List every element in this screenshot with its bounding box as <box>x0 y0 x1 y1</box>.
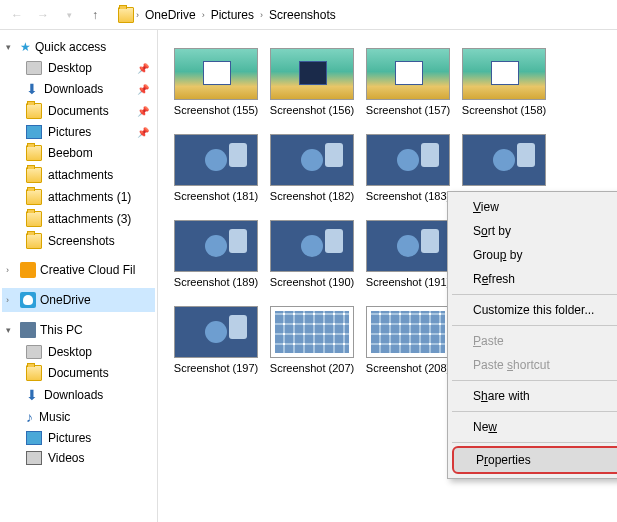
thumbnail <box>174 220 258 272</box>
sidebar-item[interactable]: Documents <box>2 362 155 384</box>
sidebar-item-label: Downloads <box>44 82 103 96</box>
file-item[interactable]: Screenshot (189) <box>174 220 258 288</box>
thumbnail <box>270 220 354 272</box>
menu-view[interactable]: View› <box>451 195 617 219</box>
folder-icon <box>118 7 134 23</box>
sidebar-item[interactable]: ⬇Downloads <box>2 384 155 406</box>
recent-dropdown[interactable]: ▾ <box>58 4 80 26</box>
thumbnail <box>462 134 546 186</box>
chevron-right-icon[interactable]: › <box>136 10 139 20</box>
sidebar: ▾ ★ Quick access Desktop📌⬇Downloads📌Docu… <box>0 30 158 522</box>
menu-separator <box>452 411 617 412</box>
quick-access-label: Quick access <box>35 40 106 54</box>
sidebar-item-label: Desktop <box>48 61 92 75</box>
sidebar-item[interactable]: Desktop📌 <box>2 58 155 78</box>
star-icon: ★ <box>20 40 31 54</box>
thumbnail <box>270 48 354 100</box>
thumbnail <box>462 48 546 100</box>
menu-paste-shortcut: Paste shortcut <box>451 353 617 377</box>
onedrive-header[interactable]: › OneDrive <box>2 288 155 312</box>
sidebar-item-label: Desktop <box>48 345 92 359</box>
videos-icon <box>26 451 42 465</box>
sidebar-item[interactable]: ⬇Downloads📌 <box>2 78 155 100</box>
creative-cloud-icon <box>20 262 36 278</box>
download-icon: ⬇ <box>26 81 38 97</box>
sidebar-item-label: Documents <box>48 104 109 118</box>
folder-icon <box>26 365 42 381</box>
file-item[interactable]: Screenshot (208) <box>366 306 450 374</box>
menu-sort-by[interactable]: Sort by› <box>451 219 617 243</box>
sidebar-item-label: Pictures <box>48 431 91 445</box>
file-item[interactable]: Screenshot (158) <box>462 48 546 116</box>
folder-icon <box>26 167 42 183</box>
desktop-icon <box>26 345 42 359</box>
chevron-right-icon[interactable]: › <box>202 10 205 20</box>
file-item[interactable]: Screenshot (190) <box>270 220 354 288</box>
sidebar-item[interactable]: attachments (3) <box>2 208 155 230</box>
file-item[interactable]: Screenshot (157) <box>366 48 450 116</box>
sidebar-item-label: Downloads <box>44 388 103 402</box>
forward-button[interactable]: → <box>32 4 54 26</box>
pin-icon: 📌 <box>137 84 149 95</box>
thumbnail <box>366 134 450 186</box>
chevron-right-icon[interactable]: › <box>260 10 263 20</box>
menu-new[interactable]: New› <box>451 415 617 439</box>
file-name: Screenshot (158) <box>462 104 546 116</box>
file-item[interactable]: Screenshot (182) <box>270 134 354 202</box>
menu-group-by[interactable]: Group by› <box>451 243 617 267</box>
pictures-icon <box>26 125 42 139</box>
breadcrumb-onedrive[interactable]: OneDrive <box>141 6 200 24</box>
creative-cloud-header[interactable]: › Creative Cloud Fil <box>2 258 155 282</box>
toolbar: ← → ▾ ↑ › OneDrive › Pictures › Screensh… <box>0 0 617 30</box>
file-item[interactable]: Screenshot (197) <box>174 306 258 374</box>
sidebar-item[interactable]: Screenshots <box>2 230 155 252</box>
up-button[interactable]: ↑ <box>84 4 106 26</box>
sidebar-item[interactable]: Videos <box>2 448 155 468</box>
sidebar-item[interactable]: Beebom <box>2 142 155 164</box>
onedrive-icon <box>20 292 36 308</box>
sidebar-item[interactable]: Pictures <box>2 428 155 448</box>
sidebar-item[interactable]: Documents📌 <box>2 100 155 122</box>
folder-icon <box>26 145 42 161</box>
file-item[interactable]: Screenshot (183) <box>366 134 450 202</box>
breadcrumb-screenshots[interactable]: Screenshots <box>265 6 340 24</box>
menu-customize[interactable]: Customize this folder... <box>451 298 617 322</box>
sidebar-item-label: Pictures <box>48 125 91 139</box>
file-name: Screenshot (183) <box>366 190 450 202</box>
folder-icon <box>26 103 42 119</box>
file-item[interactable]: Screenshot (156) <box>270 48 354 116</box>
pc-icon <box>20 322 36 338</box>
folder-icon <box>26 233 42 249</box>
address-bar[interactable]: › OneDrive › Pictures › Screenshots <box>118 6 340 24</box>
file-name: Screenshot (156) <box>270 104 354 116</box>
menu-refresh[interactable]: Refresh <box>451 267 617 291</box>
file-item[interactable]: Screenshot (191) <box>366 220 450 288</box>
thumbnail <box>270 306 354 358</box>
menu-paste: Paste <box>451 329 617 353</box>
chevron-down-icon: ▾ <box>6 325 16 335</box>
this-pc-header[interactable]: ▾ This PC <box>2 318 155 342</box>
thumbnail <box>174 306 258 358</box>
menu-share-with[interactable]: Share with› <box>451 384 617 408</box>
menu-separator <box>452 294 617 295</box>
file-item[interactable]: Screenshot (207) <box>270 306 354 374</box>
folder-icon <box>26 189 42 205</box>
file-view[interactable]: Screenshot (155)Screenshot (156)Screensh… <box>158 30 617 522</box>
sidebar-item[interactable]: attachments (1) <box>2 186 155 208</box>
menu-properties[interactable]: Properties <box>452 446 617 474</box>
back-button[interactable]: ← <box>6 4 28 26</box>
quick-access-header[interactable]: ▾ ★ Quick access <box>2 36 155 58</box>
sidebar-item[interactable]: attachments <box>2 164 155 186</box>
file-name: Screenshot (208) <box>366 362 450 374</box>
sidebar-item[interactable]: Desktop <box>2 342 155 362</box>
file-item[interactable]: Screenshot (155) <box>174 48 258 116</box>
sidebar-item[interactable]: Pictures📌 <box>2 122 155 142</box>
pin-icon: 📌 <box>137 106 149 117</box>
breadcrumb-pictures[interactable]: Pictures <box>207 6 258 24</box>
desktop-icon <box>26 61 42 75</box>
sidebar-item-label: Beebom <box>48 146 93 160</box>
file-item[interactable]: Screenshot (181) <box>174 134 258 202</box>
sidebar-item-label: Videos <box>48 451 84 465</box>
folder-icon <box>26 211 42 227</box>
sidebar-item[interactable]: ♪Music <box>2 406 155 428</box>
